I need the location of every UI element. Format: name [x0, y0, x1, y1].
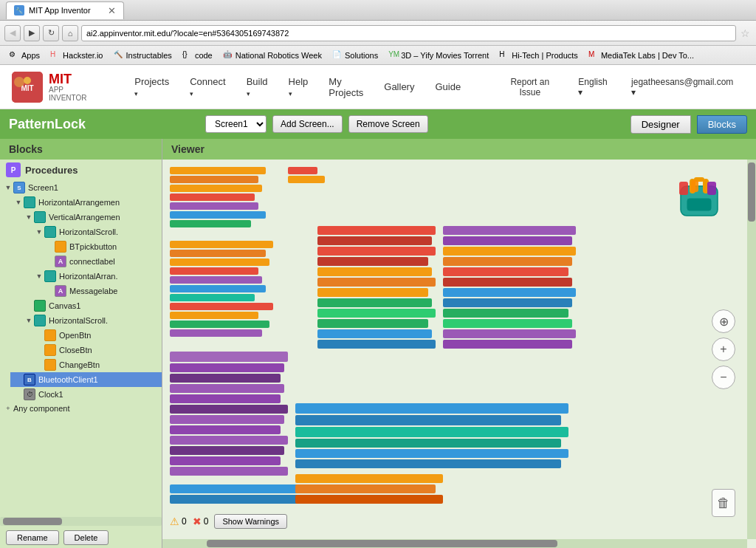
any-plus-icon[interactable]: +	[3, 403, 13, 414]
viewer-vscroll-thumb[interactable]	[748, 162, 755, 222]
nav-projects[interactable]: Projects	[124, 70, 179, 104]
sidebar-item-vertical-arr[interactable]: ▼ VerticalArrangemen	[21, 210, 162, 225]
canvas1-icon	[34, 300, 46, 312]
sidebar-item-horizontal-arr-1[interactable]: ▼ HorizontalArrangemen	[10, 195, 162, 210]
svg-rect-45	[317, 278, 436, 287]
rename-button[interactable]: Rename	[6, 530, 59, 545]
sidebar-item-hscroll-2[interactable]: ▼ HorizontalScroll.	[21, 313, 162, 328]
sidebar-item-any-component[interactable]: + Any component	[0, 402, 162, 415]
bookmark-instructables[interactable]: 🔨 Instructables	[109, 49, 176, 62]
svg-rect-60	[443, 309, 568, 318]
language-selector[interactable]: English ▾	[572, 74, 619, 100]
bookmark-hitech[interactable]: H Hi-Tech | Products	[495, 49, 583, 62]
sidebar-item-horizontal-arr-2[interactable]: ▼ HorizontalArran.	[31, 269, 162, 284]
svg-rect-66	[295, 427, 568, 437]
svg-rect-54	[443, 247, 576, 256]
sidebar-item-closebtn[interactable]: ▶ CloseBtn	[31, 343, 162, 357]
bookmark-yify[interactable]: YM 3D – Yify Movies Torrent	[384, 49, 493, 62]
svg-rect-21	[170, 312, 258, 319]
header-nav: Projects Connect Build Help My Projects …	[124, 70, 471, 104]
sidebar-horizontal-scrollbar[interactable]	[0, 517, 162, 526]
hscroll-1-toggle-icon[interactable]: ▼	[34, 227, 44, 237]
bookmark-mediatek[interactable]: M MediaTek Labs | Dev To...	[584, 49, 698, 62]
bookmark-code[interactable]: {} code	[178, 49, 217, 62]
screen1-toggle-icon[interactable]: ▼	[3, 182, 13, 193]
nav-build[interactable]: Build	[236, 70, 278, 104]
svg-rect-69	[295, 459, 561, 468]
h-arr-2-toggle-icon[interactable]: ▼	[34, 271, 44, 281]
back-button[interactable]: ◀	[4, 25, 21, 41]
screen-selector[interactable]: Screen1	[205, 115, 267, 133]
zoom-controls: ⊕ + −	[712, 309, 735, 389]
bookmark-instructables-label: Instructables	[126, 51, 172, 60]
home-button[interactable]: ⌂	[62, 25, 78, 41]
sidebar-item-screen1[interactable]: ▼ S Screen1	[0, 180, 162, 195]
bookmark-solutions[interactable]: 📄 Solutions	[328, 49, 382, 62]
svg-rect-71	[295, 484, 436, 493]
btpick-icon	[55, 241, 66, 253]
bookmark-apps[interactable]: ⚙ Apps	[4, 49, 44, 62]
sidebar-item-bluetooth[interactable]: ▶ B BluetoothClient1	[10, 372, 162, 387]
sidebar-hscroll-thumb[interactable]	[3, 518, 62, 525]
tab-close-button[interactable]: ✕	[108, 5, 116, 16]
designer-button[interactable]: Designer	[630, 115, 691, 134]
viewer-canvas[interactable]: ⊕ + − 🗑 ⚠ 0 ✖ 0	[162, 160, 756, 548]
mit-logo[interactable]: MIT MIT APP INVENTOR	[12, 72, 102, 103]
hscroll-2-toggle-icon[interactable]: ▼	[24, 315, 34, 326]
backpack-icon[interactable]	[673, 171, 725, 223]
remove-screen-button[interactable]: Remove Screen	[348, 115, 428, 133]
bookmark-hackster-label: Hackster.io	[63, 51, 103, 60]
sidebar-item-hscroll-1[interactable]: ▼ HorizontalScroll.	[31, 225, 162, 239]
svg-rect-17	[170, 276, 262, 284]
svg-rect-65	[295, 415, 561, 425]
sidebar-item-clock1[interactable]: ▶ ⏱ Clock1	[10, 387, 162, 402]
blocks-button[interactable]: Blocks	[697, 115, 747, 134]
svg-rect-43	[317, 257, 428, 266]
nav-my-projects[interactable]: My Projects	[318, 70, 374, 104]
svg-rect-24	[170, 352, 288, 362]
viewer-horizontal-scrollbar[interactable]	[162, 539, 747, 548]
zoom-out-button[interactable]: −	[712, 366, 735, 389]
sidebar-item-procedures[interactable]: P Procedures	[0, 160, 162, 180]
viewer-vertical-scrollbar[interactable]	[747, 160, 756, 539]
svg-rect-78	[687, 198, 712, 211]
user-account-menu[interactable]: jegatheesans@gmail.com ▾	[625, 74, 744, 100]
delete-button[interactable]: Delete	[63, 530, 109, 545]
add-screen-button[interactable]: Add Screen...	[272, 115, 343, 133]
sidebar-item-openbtn[interactable]: ▶ OpenBtn	[31, 328, 162, 343]
sidebar-item-messagelabel[interactable]: ▶ A Messagelabe	[41, 284, 162, 298]
nav-gallery[interactable]: Gallery	[374, 75, 425, 98]
trash-button[interactable]: 🗑	[712, 489, 735, 517]
code-icon: {}	[182, 50, 193, 61]
svg-rect-56	[443, 267, 568, 276]
changebtn-icon	[44, 359, 56, 371]
nav-help[interactable]: Help	[278, 70, 319, 104]
bookmark-robotics[interactable]: 🤖 National Robotics Week	[219, 49, 326, 62]
svg-rect-13	[170, 241, 273, 248]
browser-tab[interactable]: 🔧 MIT App Inventor ✕	[6, 1, 124, 19]
refresh-button[interactable]: ↻	[43, 25, 59, 41]
bookmark-star-icon[interactable]: ☆	[739, 26, 752, 41]
bookmark-hackster[interactable]: H Hackster.io	[46, 49, 107, 62]
nav-guide[interactable]: Guide	[425, 75, 471, 98]
report-issue-button[interactable]: Report an Issue	[493, 74, 566, 100]
svg-rect-41	[317, 236, 432, 245]
svg-rect-68	[295, 449, 568, 458]
address-bar[interactable]	[81, 25, 736, 41]
zoom-in-button[interactable]: +	[712, 338, 735, 361]
sidebar-item-btpickbutton[interactable]: ▶ BTpickbutton	[41, 239, 162, 254]
viewer: Viewer	[162, 139, 756, 548]
v-arr-toggle-icon[interactable]: ▼	[24, 212, 34, 222]
show-warnings-button[interactable]: Show Warnings	[214, 514, 287, 529]
svg-rect-9	[170, 193, 255, 201]
zoom-reset-button[interactable]: ⊕	[712, 309, 735, 333]
sidebar-item-changebtn[interactable]: ▶ ChangeBtn	[31, 357, 162, 372]
blocks-svg	[170, 167, 701, 507]
sidebar-content[interactable]: P Procedures ▼ S Screen1 ▼ HorizontalArr…	[0, 160, 162, 516]
h-arr-1-toggle-icon[interactable]: ▼	[13, 197, 24, 208]
forward-button[interactable]: ▶	[24, 25, 40, 41]
sidebar-item-connectlabel[interactable]: ▶ A connectlabel	[41, 254, 162, 269]
nav-connect[interactable]: Connect	[179, 70, 236, 104]
viewer-hscroll-thumb[interactable]	[207, 540, 557, 547]
sidebar-item-canvas1[interactable]: ▶ Canvas1	[21, 298, 162, 313]
